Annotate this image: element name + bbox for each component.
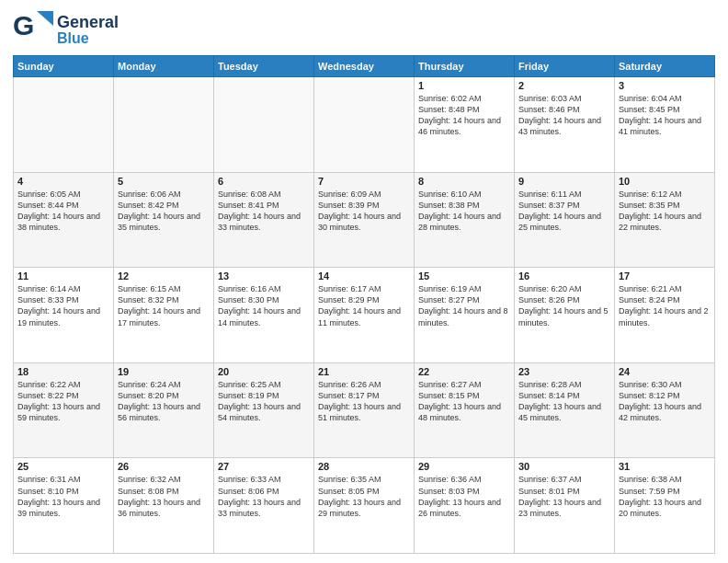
calendar-cell: 25Sunrise: 6:31 AM Sunset: 8:10 PM Dayli… — [14, 458, 114, 554]
day-number: 9 — [518, 176, 610, 187]
weekday-header-friday: Friday — [515, 56, 615, 77]
day-number: 14 — [318, 270, 410, 282]
day-info: Sunrise: 6:36 AM Sunset: 8:03 PM Dayligh… — [418, 474, 510, 519]
calendar-cell: 12Sunrise: 6:15 AM Sunset: 8:32 PM Dayli… — [114, 268, 214, 363]
calendar-cell — [114, 77, 214, 173]
day-info: Sunrise: 6:19 AM Sunset: 8:27 PM Dayligh… — [418, 283, 510, 328]
day-info: Sunrise: 6:31 AM Sunset: 8:10 PM Dayligh… — [17, 474, 109, 519]
day-info: Sunrise: 6:32 AM Sunset: 8:08 PM Dayligh… — [118, 474, 210, 519]
calendar-cell: 24Sunrise: 6:30 AM Sunset: 8:12 PM Dayli… — [615, 362, 715, 458]
calendar-cell: 10Sunrise: 6:12 AM Sunset: 8:35 PM Dayli… — [615, 172, 715, 268]
calendar-cell: 3Sunrise: 6:04 AM Sunset: 8:45 PM Daylig… — [615, 77, 715, 173]
day-info: Sunrise: 6:25 AM Sunset: 8:19 PM Dayligh… — [218, 379, 310, 424]
calendar-week-2: 4Sunrise: 6:05 AM Sunset: 8:44 PM Daylig… — [14, 172, 715, 268]
day-info: Sunrise: 6:09 AM Sunset: 8:39 PM Dayligh… — [318, 189, 410, 234]
calendar-week-4: 18Sunrise: 6:22 AM Sunset: 8:22 PM Dayli… — [14, 362, 715, 458]
logo-svg: G — [13, 9, 53, 50]
day-info: Sunrise: 6:11 AM Sunset: 8:37 PM Dayligh… — [518, 189, 610, 234]
day-info: Sunrise: 6:30 AM Sunset: 8:12 PM Dayligh… — [619, 379, 711, 424]
day-number: 19 — [118, 366, 210, 377]
calendar-body: 1Sunrise: 6:02 AM Sunset: 8:48 PM Daylig… — [14, 77, 715, 554]
calendar-cell: 11Sunrise: 6:14 AM Sunset: 8:33 PM Dayli… — [14, 268, 114, 363]
day-info: Sunrise: 6:10 AM Sunset: 8:38 PM Dayligh… — [418, 189, 510, 234]
day-info: Sunrise: 6:21 AM Sunset: 8:24 PM Dayligh… — [619, 283, 711, 328]
calendar-cell: 17Sunrise: 6:21 AM Sunset: 8:24 PM Dayli… — [615, 268, 715, 363]
day-number: 31 — [619, 461, 711, 472]
day-number: 17 — [619, 270, 711, 282]
calendar-cell: 13Sunrise: 6:16 AM Sunset: 8:30 PM Dayli… — [214, 268, 314, 363]
logo-general-text: General — [57, 13, 119, 32]
calendar-cell — [314, 77, 415, 173]
day-number: 12 — [118, 270, 210, 282]
calendar-cell: 21Sunrise: 6:26 AM Sunset: 8:17 PM Dayli… — [314, 362, 415, 458]
calendar-cell: 31Sunrise: 6:38 AM Sunset: 7:59 PM Dayli… — [615, 458, 715, 554]
logo-blue-text: Blue — [57, 31, 119, 46]
logo-graphic: G — [13, 9, 53, 50]
weekday-header-wednesday: Wednesday — [314, 56, 415, 77]
day-info: Sunrise: 6:35 AM Sunset: 8:05 PM Dayligh… — [318, 474, 410, 519]
day-number: 23 — [518, 366, 610, 377]
day-info: Sunrise: 6:04 AM Sunset: 8:45 PM Dayligh… — [619, 93, 711, 138]
svg-text:G: G — [13, 10, 34, 40]
calendar-week-1: 1Sunrise: 6:02 AM Sunset: 8:48 PM Daylig… — [14, 77, 715, 173]
day-info: Sunrise: 6:38 AM Sunset: 7:59 PM Dayligh… — [619, 474, 711, 519]
day-info: Sunrise: 6:24 AM Sunset: 8:20 PM Dayligh… — [118, 379, 210, 424]
calendar-cell: 26Sunrise: 6:32 AM Sunset: 8:08 PM Dayli… — [114, 458, 214, 554]
day-info: Sunrise: 6:12 AM Sunset: 8:35 PM Dayligh… — [619, 189, 711, 234]
calendar-cell: 14Sunrise: 6:17 AM Sunset: 8:29 PM Dayli… — [314, 268, 415, 363]
calendar-cell: 15Sunrise: 6:19 AM Sunset: 8:27 PM Dayli… — [415, 268, 515, 363]
day-number: 7 — [318, 176, 410, 187]
day-info: Sunrise: 6:20 AM Sunset: 8:26 PM Dayligh… — [518, 283, 610, 328]
day-info: Sunrise: 6:27 AM Sunset: 8:15 PM Dayligh… — [418, 379, 510, 424]
calendar-week-3: 11Sunrise: 6:14 AM Sunset: 8:33 PM Dayli… — [14, 268, 715, 363]
calendar-cell: 20Sunrise: 6:25 AM Sunset: 8:19 PM Dayli… — [214, 362, 314, 458]
day-number: 6 — [218, 176, 310, 187]
calendar-week-5: 25Sunrise: 6:31 AM Sunset: 8:10 PM Dayli… — [14, 458, 715, 554]
calendar-cell: 1Sunrise: 6:02 AM Sunset: 8:48 PM Daylig… — [415, 77, 515, 173]
day-number: 28 — [318, 461, 410, 472]
day-info: Sunrise: 6:06 AM Sunset: 8:42 PM Dayligh… — [118, 189, 210, 234]
calendar-cell: 4Sunrise: 6:05 AM Sunset: 8:44 PM Daylig… — [14, 172, 114, 268]
day-number: 16 — [518, 270, 610, 282]
logo-container: G General Blue — [13, 9, 119, 50]
day-info: Sunrise: 6:14 AM Sunset: 8:33 PM Dayligh… — [17, 283, 109, 328]
day-info: Sunrise: 6:22 AM Sunset: 8:22 PM Dayligh… — [17, 379, 109, 424]
weekday-header-thursday: Thursday — [415, 56, 515, 77]
day-number: 2 — [518, 80, 610, 91]
day-number: 27 — [218, 461, 310, 472]
calendar-cell: 18Sunrise: 6:22 AM Sunset: 8:22 PM Dayli… — [14, 362, 114, 458]
day-info: Sunrise: 6:33 AM Sunset: 8:06 PM Dayligh… — [218, 474, 310, 519]
calendar-cell: 9Sunrise: 6:11 AM Sunset: 8:37 PM Daylig… — [515, 172, 615, 268]
weekday-header-row: SundayMondayTuesdayWednesdayThursdayFrid… — [14, 56, 715, 77]
day-info: Sunrise: 6:17 AM Sunset: 8:29 PM Dayligh… — [318, 283, 410, 328]
weekday-header-sunday: Sunday — [14, 56, 114, 77]
day-number: 21 — [318, 366, 410, 377]
weekday-header-tuesday: Tuesday — [214, 56, 314, 77]
day-info: Sunrise: 6:02 AM Sunset: 8:48 PM Dayligh… — [418, 93, 510, 138]
calendar-cell: 29Sunrise: 6:36 AM Sunset: 8:03 PM Dayli… — [415, 458, 515, 554]
weekday-header-monday: Monday — [114, 56, 214, 77]
calendar-cell: 8Sunrise: 6:10 AM Sunset: 8:38 PM Daylig… — [415, 172, 515, 268]
day-number: 4 — [17, 176, 109, 187]
day-number: 22 — [418, 366, 510, 377]
day-info: Sunrise: 6:28 AM Sunset: 8:14 PM Dayligh… — [518, 379, 610, 424]
calendar-cell: 2Sunrise: 6:03 AM Sunset: 8:46 PM Daylig… — [515, 77, 615, 173]
calendar-cell: 6Sunrise: 6:08 AM Sunset: 8:41 PM Daylig… — [214, 172, 314, 268]
day-number: 3 — [619, 80, 711, 91]
day-number: 26 — [118, 461, 210, 472]
calendar-cell: 22Sunrise: 6:27 AM Sunset: 8:15 PM Dayli… — [415, 362, 515, 458]
day-info: Sunrise: 6:16 AM Sunset: 8:30 PM Dayligh… — [218, 283, 310, 328]
page: G General Blue SundayMondayTuesdayWednes… — [0, 0, 728, 563]
day-number: 10 — [619, 176, 711, 187]
day-number: 30 — [518, 461, 610, 472]
day-info: Sunrise: 6:08 AM Sunset: 8:41 PM Dayligh… — [218, 189, 310, 234]
weekday-header-saturday: Saturday — [615, 56, 715, 77]
logo: G General Blue — [13, 9, 119, 50]
calendar-cell — [214, 77, 314, 173]
calendar-table: SundayMondayTuesdayWednesdayThursdayFrid… — [13, 55, 715, 554]
day-number: 15 — [418, 270, 510, 282]
day-info: Sunrise: 6:03 AM Sunset: 8:46 PM Dayligh… — [518, 93, 610, 138]
day-number: 13 — [218, 270, 310, 282]
calendar-cell: 7Sunrise: 6:09 AM Sunset: 8:39 PM Daylig… — [314, 172, 415, 268]
calendar-cell: 23Sunrise: 6:28 AM Sunset: 8:14 PM Dayli… — [515, 362, 615, 458]
